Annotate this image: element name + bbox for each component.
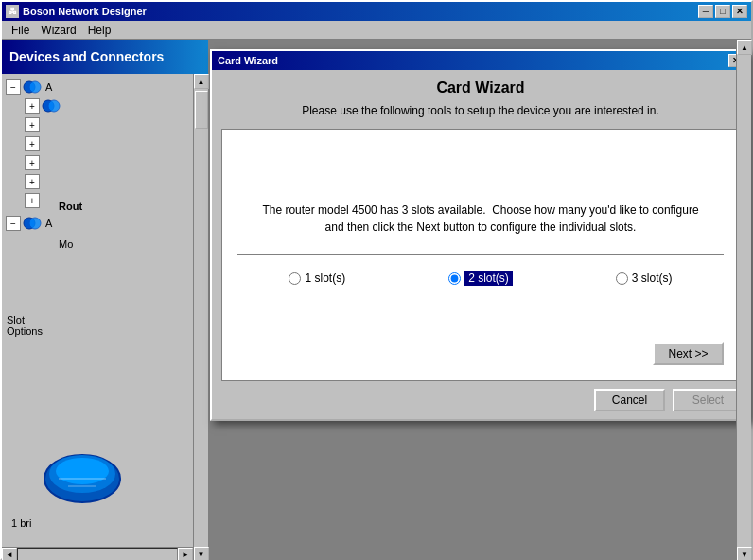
bri-label: 1 bri xyxy=(11,517,31,529)
separator xyxy=(237,254,724,255)
minimize-button[interactable]: ─ xyxy=(698,5,713,18)
radio-2-slot[interactable]: 2 slot(s) xyxy=(448,271,513,286)
menu-file[interactable]: File xyxy=(6,22,35,39)
device-icon-1 xyxy=(42,98,61,114)
maximize-button[interactable]: □ xyxy=(715,5,730,18)
radio-input-3[interactable] xyxy=(616,272,628,285)
dialog-title: Card Wizard xyxy=(218,55,278,66)
dialog-subtext: Please use the following tools to setup … xyxy=(221,104,740,117)
slot-options-label: SlotOptions xyxy=(7,314,43,337)
next-button-row: Next >> xyxy=(237,342,724,365)
radio-input-1[interactable] xyxy=(289,272,301,285)
root2-label: A xyxy=(45,218,52,229)
svg-point-1 xyxy=(29,81,41,93)
scroll-left-button[interactable]: ◄ xyxy=(2,548,17,561)
router-large-icon xyxy=(40,450,125,510)
main-scroll-down[interactable]: ▼ xyxy=(737,547,752,560)
dialog-inner-panel: The router model 4500 has 3 slots availa… xyxy=(221,129,740,381)
app-title: Boson Network Designer xyxy=(23,6,147,17)
expand-icon-2[interactable]: + xyxy=(25,117,40,132)
app-icon: 🖧 xyxy=(6,5,19,18)
content-area: Devices and Connectors − A xyxy=(2,40,751,560)
cancel-button[interactable]: Cancel xyxy=(594,389,665,411)
menu-bar: File Wizard Help xyxy=(2,21,751,40)
scroll-thumb[interactable] xyxy=(195,91,208,129)
dialog-overlay: Card Wizard ✕ Card Wizard Please use the… xyxy=(210,40,751,560)
tree-item-5[interactable]: + xyxy=(25,172,204,191)
horizontal-scrollbar[interactable]: ◄ ► xyxy=(2,547,193,560)
network-icon xyxy=(23,79,42,95)
card-wizard-dialog: Card Wizard ✕ Card Wizard Please use the… xyxy=(210,49,751,421)
radio-group: 1 slot(s) 2 slot(s) 3 slot(s) xyxy=(237,271,724,286)
dialog-content: Card Wizard Please use the following too… xyxy=(212,70,749,381)
collapse-icon-2[interactable]: − xyxy=(6,216,21,231)
expand-icon-5[interactable]: + xyxy=(25,174,40,189)
svg-point-8 xyxy=(56,458,109,484)
next-button[interactable]: Next >> xyxy=(653,342,724,365)
dialog-bottom-buttons: Cancel Select xyxy=(212,381,749,419)
radio-3-label: 3 slot(s) xyxy=(632,271,673,285)
tree-item-2[interactable]: + xyxy=(25,115,204,134)
tree-item-root[interactable]: − A xyxy=(6,78,204,96)
expand-icon-4[interactable]: + xyxy=(25,155,40,170)
wizard-description: The router model 4500 has 3 slots availa… xyxy=(256,201,705,236)
tree-indent-1: + + + + xyxy=(25,96,204,210)
close-button[interactable]: ✕ xyxy=(732,5,747,18)
expand-icon-6[interactable]: + xyxy=(25,193,40,208)
rout-label: Rout xyxy=(59,201,82,212)
select-button[interactable]: Select xyxy=(673,389,744,411)
svg-point-3 xyxy=(48,100,60,112)
radio-1-label: 1 slot(s) xyxy=(305,271,345,285)
main-scrollbar-v[interactable]: ▲ ▼ xyxy=(736,40,751,560)
scroll-down-button[interactable]: ▼ xyxy=(194,547,209,560)
radio-3-slot[interactable]: 3 slot(s) xyxy=(616,271,673,286)
scroll-right-button[interactable]: ► xyxy=(178,548,193,561)
expand-icon-1[interactable]: + xyxy=(25,98,40,114)
tree-item-root2[interactable]: − A xyxy=(6,214,204,233)
radio-input-2[interactable] xyxy=(448,272,461,285)
radio-1-slot[interactable]: 1 slot(s) xyxy=(289,271,345,286)
root-label: A xyxy=(45,81,52,93)
expand-icon-3[interactable]: + xyxy=(25,136,40,151)
vertical-scrollbar[interactable]: ▲ ▼ xyxy=(193,74,208,560)
mo-label: Mo xyxy=(59,238,73,250)
menu-wizard[interactable]: Wizard xyxy=(35,22,81,39)
tree-item-6[interactable]: + xyxy=(25,191,204,210)
dialog-title-bar: Card Wizard ✕ xyxy=(212,51,749,70)
left-panel: Devices and Connectors − A xyxy=(2,40,210,560)
title-bar: 🖧 Boson Network Designer ─ □ ✕ xyxy=(2,2,751,21)
tree-item-1[interactable]: + xyxy=(25,96,204,115)
main-window: 🖧 Boson Network Designer ─ □ ✕ File Wiza… xyxy=(0,0,753,560)
tree-item-4[interactable]: + xyxy=(25,153,204,172)
main-scroll-up[interactable]: ▲ xyxy=(737,40,752,55)
router-tree-icon xyxy=(23,216,42,231)
tree-area: − A + xyxy=(2,74,208,236)
menu-help[interactable]: Help xyxy=(82,22,117,39)
panel-title: Devices and Connectors xyxy=(2,40,208,74)
svg-point-5 xyxy=(29,218,41,229)
dialog-heading: Card Wizard xyxy=(221,79,740,96)
collapse-icon[interactable]: − xyxy=(6,79,21,95)
main-content: Card Wizard ✕ Card Wizard Please use the… xyxy=(210,40,751,560)
tree-item-3[interactable]: + xyxy=(25,134,204,153)
titlebar-buttons: ─ □ ✕ xyxy=(698,5,747,18)
radio-2-label: 2 slot(s) xyxy=(464,271,513,286)
scroll-up-button[interactable]: ▲ xyxy=(194,74,209,89)
